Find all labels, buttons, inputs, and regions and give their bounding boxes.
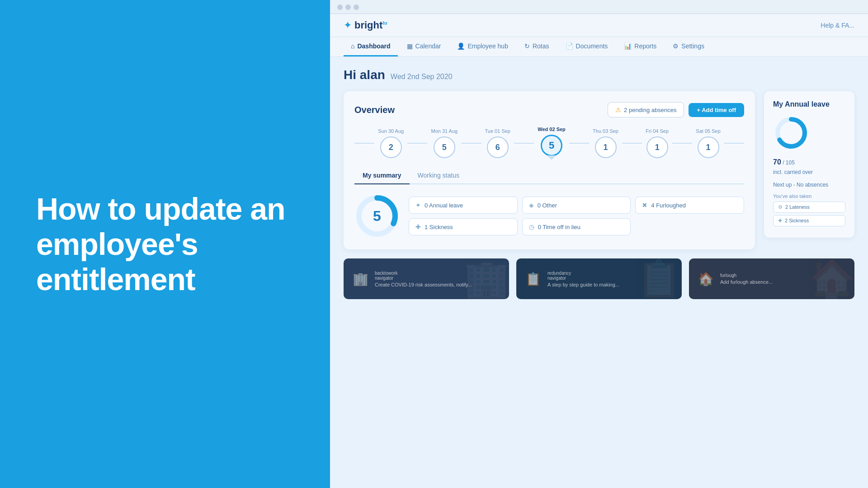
pill-toil[interactable]: ◷ 0 Time off in lieu (522, 218, 631, 235)
pending-absences-button[interactable]: ⚠ 2 pending absences (608, 102, 684, 117)
documents-icon: 📄 (566, 42, 573, 50)
sickness-icon: ✚ (415, 223, 421, 230)
redundancy-title: redundancy navigator (547, 271, 619, 281)
browser-dot-green (354, 5, 359, 10)
warning-icon: ⚠ (615, 106, 621, 113)
annual-donut (773, 115, 809, 151)
nav-item-settings[interactable]: ⚙ Settings (665, 37, 712, 56)
help-link[interactable]: Help & FA... (821, 22, 854, 29)
annual-leave-card: My Annual leave 70 / 105 incl. carried o… (764, 91, 854, 238)
redundancy-icon: 📋 (525, 272, 541, 286)
taken-sickness-icon: ✚ (778, 218, 782, 224)
promo-card-redundancy[interactable]: 📋 redundancy navigator A step by step gu… (516, 258, 682, 299)
overview-card: Overview ⚠ 2 pending absences + Add time… (344, 91, 755, 249)
promo-card-furlough[interactable]: 🏠 furlough Add furlough absence... 🏠 (689, 258, 854, 299)
rotas-icon: ↻ (524, 42, 530, 50)
greeting-text: Hi alan (344, 68, 385, 82)
cal-day-2[interactable]: Tue 01 Sep 6 (481, 128, 514, 158)
top-bar: ✦ brighthr Help & FA... (330, 14, 868, 37)
backtowork-title: backtowork navigator (375, 271, 472, 281)
cal-day-4[interactable]: Thu 03 Sep 1 (589, 128, 622, 158)
lateness-icon: ⚙ (778, 204, 783, 210)
nav-item-documents[interactable]: 📄 Documents (558, 37, 615, 56)
today-arrow (547, 155, 556, 160)
also-taken-section: You've also taken ⚙ 2 Lateness ✚ 2 Sickn… (773, 193, 845, 226)
furloughed-icon: ✖ (642, 202, 647, 209)
annual-leave-title: My Annual leave (773, 100, 845, 108)
furlough-title: furlough (720, 273, 773, 278)
annual-stats: 70 / 105 incl. carried over (773, 156, 845, 177)
left-panel: How to update an employee's entitlement (0, 0, 330, 488)
redundancy-bg-pattern: 📋 (632, 258, 682, 299)
cal-line-right (724, 143, 744, 144)
overview-title: Overview (354, 105, 395, 115)
cal-circle-4: 1 (595, 136, 617, 158)
logo: ✦ brighthr (344, 19, 387, 31)
cal-day-0[interactable]: Sun 30 Aug 2 (374, 128, 407, 158)
cal-today-wrapper: Wed 02 Sep 5 (534, 127, 569, 160)
backtowork-desc: Create COVID-19 risk assessments, notify… (375, 282, 472, 287)
summary-tabs: My summary Working status (354, 167, 744, 184)
cal-day-today[interactable]: Wed 02 Sep 5 (534, 127, 569, 156)
browser-dot-red (337, 5, 343, 10)
greeting-row: Hi alan Wed 2nd Sep 2020 (344, 68, 854, 82)
overview-actions: ⚠ 2 pending absences + Add time off (608, 102, 744, 117)
add-time-off-button[interactable]: + Add time off (689, 103, 744, 117)
left-title: How to update an employee's entitlement (36, 191, 294, 297)
main-grid: Overview ⚠ 2 pending absences + Add time… (344, 91, 854, 249)
cal-day-1[interactable]: Mon 31 Aug 5 (427, 128, 461, 158)
summary-content: 5 ✦ 0 Annual leave ◈ 0 Other (354, 193, 744, 239)
taken-pill-lateness[interactable]: ⚙ 2 Lateness (773, 202, 845, 213)
cal-line-left (354, 143, 374, 144)
nav-item-dashboard[interactable]: ⌂ Dashboard (344, 37, 398, 56)
app-container: ✦ brighthr Help & FA... ⌂ Dashboard ▦ Ca… (330, 14, 868, 488)
cal-day-5[interactable]: Fri 04 Sep 1 (642, 128, 672, 158)
calendar-icon: ▦ (407, 42, 413, 50)
promo-card-backtowork[interactable]: 🏢 backtowork navigator Create COVID-19 r… (344, 258, 509, 299)
annual-leave-icon: ✦ (415, 202, 421, 209)
redundancy-desc: A step by step guide to making... (547, 282, 619, 287)
greeting-date: Wed 2nd Sep 2020 (391, 73, 453, 81)
main-nav: ⌂ Dashboard ▦ Calendar 👤 Employee hub ↻ … (330, 37, 868, 57)
calendar-strip: Sun 30 Aug 2 Mon 31 Aug 5 (354, 127, 744, 160)
next-up-text: Next up - No absences (773, 181, 845, 189)
reports-icon: 📊 (624, 42, 632, 50)
furlough-bg-pattern: 🏠 (805, 258, 854, 299)
pill-sickness[interactable]: ✚ 1 Sickness (409, 218, 518, 235)
cal-circle-today: 5 (541, 135, 562, 156)
pill-annual-leave[interactable]: ✦ 0 Annual leave (409, 197, 518, 214)
toil-icon: ◷ (529, 223, 534, 230)
bottom-promo-row: 🏢 backtowork navigator Create COVID-19 r… (344, 258, 854, 299)
dashboard-icon: ⌂ (351, 42, 354, 50)
summary-total: 5 (373, 208, 381, 225)
pill-furloughed[interactable]: ✖ 4 Furloughed (635, 197, 744, 214)
furlough-promo-icon: 🏠 (698, 272, 714, 286)
cal-circle-2: 6 (487, 136, 509, 158)
nav-item-reports[interactable]: 📊 Reports (617, 37, 664, 56)
right-panel: ✦ brighthr Help & FA... ⌂ Dashboard ▦ Ca… (330, 0, 868, 488)
logo-icon: ✦ (344, 19, 352, 31)
cal-circle-5: 1 (646, 136, 668, 158)
nav-item-rotas[interactable]: ↻ Rotas (517, 37, 557, 56)
dashboard-content: Hi alan Wed 2nd Sep 2020 Overview ⚠ 2 pe… (330, 57, 868, 310)
nav-item-calendar[interactable]: ▦ Calendar (400, 37, 448, 56)
redundancy-content: redundancy navigator A step by step guid… (547, 271, 619, 287)
cal-circle-1: 5 (434, 136, 455, 158)
summary-pills: ✦ 0 Annual leave ◈ 0 Other ✖ 4 Furloughe… (409, 197, 744, 235)
backtowork-content: backtowork navigator Create COVID-19 ris… (375, 271, 472, 287)
nav-item-employee-hub[interactable]: 👤 Employee hub (450, 37, 515, 56)
browser-dot-yellow (345, 5, 351, 10)
employee-hub-icon: 👤 (457, 42, 465, 50)
pill-other[interactable]: ◈ 0 Other (522, 197, 631, 214)
settings-icon: ⚙ (673, 42, 679, 50)
summary-circle: 5 (354, 193, 400, 239)
tab-working-status[interactable]: Working status (410, 167, 467, 184)
tab-my-summary[interactable]: My summary (354, 167, 410, 184)
annual-donut-svg (773, 115, 809, 151)
backtowork-bg-pattern: 🏢 (459, 258, 509, 299)
cal-day-6[interactable]: Sat 05 Sep 1 (692, 128, 724, 158)
taken-pill-sickness[interactable]: ✚ 2 Sickness (773, 215, 845, 226)
cal-circle-0: 2 (380, 136, 402, 158)
furlough-content: furlough Add furlough absence... (720, 273, 773, 285)
other-icon: ◈ (529, 202, 534, 209)
